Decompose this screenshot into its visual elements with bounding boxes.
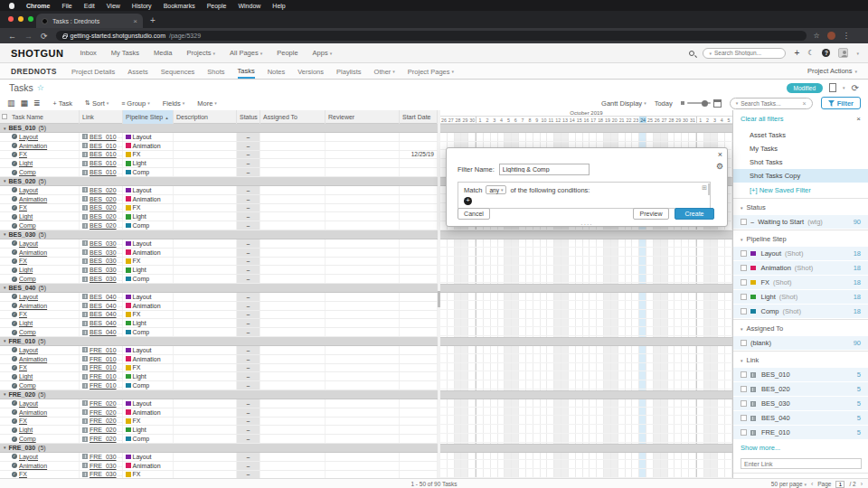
- shot-link[interactable]: BES_010: [90, 134, 117, 140]
- checkbox[interactable]: [741, 371, 747, 378]
- thumbnail-view-icon[interactable]: ▦: [21, 99, 29, 108]
- table-row[interactable]: ✓AnimationFRE_010…Animation–: [0, 355, 438, 364]
- shot-link[interactable]: BES_010: [90, 143, 117, 149]
- filter-row-bes-030[interactable]: BES_0305: [733, 397, 868, 411]
- waiting-to-start-icon[interactable]: –: [247, 471, 250, 477]
- shot-link[interactable]: FRE_010: [90, 382, 117, 389]
- column-header-pipeline-step[interactable]: Pipeline Step▴: [123, 110, 174, 124]
- table-row[interactable]: ✓LightBES_010…Light–: [0, 159, 438, 168]
- filter-row-fx[interactable]: FX(Shot)18: [733, 276, 868, 290]
- shot-link[interactable]: FRE_010: [90, 364, 117, 371]
- checkbox[interactable]: [741, 265, 747, 271]
- table-row[interactable]: ✓AnimationFRE_030…Animation–: [0, 462, 438, 471]
- menu-help[interactable]: Help: [272, 3, 285, 9]
- nav-projects[interactable]: Projects▾: [186, 49, 215, 57]
- group-header-row[interactable]: ▾BES_040(5): [0, 284, 438, 293]
- table-row[interactable]: ✓FXBES_040…FX–: [0, 311, 438, 320]
- tab-close-icon[interactable]: ×: [133, 17, 137, 25]
- column-header-start-date[interactable]: Start Date: [400, 110, 438, 124]
- table-row[interactable]: ✓AnimationBES_040…Animation–: [0, 302, 438, 311]
- task-name-link[interactable]: Layout: [19, 134, 38, 140]
- table-row[interactable]: ✓FXFRE_020…FX–: [0, 418, 438, 427]
- task-search[interactable]: ▾ ×: [730, 98, 813, 109]
- shot-link[interactable]: BES_020: [90, 213, 117, 220]
- table-row[interactable]: ✓AnimationBES_020…Animation–: [0, 195, 438, 204]
- sort-button[interactable]: ⇅ Sort ▾: [85, 99, 108, 108]
- filter-row-bes-040[interactable]: BES_0405: [733, 411, 868, 426]
- table-row[interactable]: ✓AnimationFRE_020…Animation–: [0, 408, 438, 418]
- menu-bookmarks[interactable]: Bookmarks: [164, 3, 195, 9]
- shot-link[interactable]: BES_030: [90, 258, 117, 264]
- column-header-status[interactable]: Status: [237, 110, 260, 124]
- clear-search-icon[interactable]: ×: [803, 100, 807, 107]
- table-row[interactable]: ✓LayoutBES_030…Layout–: [0, 239, 438, 249]
- table-row[interactable]: ✓LayoutBES_020…Layout–: [0, 186, 438, 195]
- shot-link[interactable]: BES_040: [90, 294, 117, 300]
- filter-row-animation[interactable]: Animation(Shot)18: [733, 261, 868, 276]
- zoom-window-icon[interactable]: [28, 16, 33, 22]
- global-search-input[interactable]: [714, 50, 779, 56]
- shot-link[interactable]: BES_010: [90, 169, 117, 175]
- shot-link[interactable]: BES_020: [90, 187, 117, 193]
- tab-project-pages[interactable]: Project Pages▾: [408, 63, 454, 79]
- preview-button[interactable]: Preview: [633, 208, 669, 220]
- task-name-link[interactable]: Animation: [19, 409, 47, 416]
- filter-row-comp[interactable]: Comp(Shot)18: [733, 305, 868, 319]
- table-row[interactable]: ✓CompFRE_010…Comp–: [0, 381, 438, 390]
- task-name-link[interactable]: Animation: [19, 143, 47, 149]
- checkbox[interactable]: [741, 294, 747, 300]
- table-row[interactable]: ✓LayoutBES_010…Layout–: [0, 133, 438, 142]
- waiting-to-start-icon[interactable]: –: [247, 267, 250, 273]
- waiting-to-start-icon[interactable]: –: [247, 454, 250, 460]
- table-row[interactable]: ✓LightFRE_020…Light–: [0, 426, 438, 435]
- group-button[interactable]: ≡ Group ▾: [121, 99, 149, 108]
- table-row[interactable]: ✓LightBES_040…Light–: [0, 319, 438, 328]
- modified-badge[interactable]: Modified: [787, 83, 824, 93]
- waiting-to-start-icon[interactable]: –: [247, 196, 250, 202]
- reload-icon[interactable]: ⟳: [41, 32, 48, 41]
- add-task-button[interactable]: + Task: [53, 99, 73, 108]
- waiting-to-start-icon[interactable]: –: [247, 329, 250, 335]
- checkbox[interactable]: [741, 415, 747, 421]
- shot-link[interactable]: BES_040: [90, 303, 117, 309]
- waiting-to-start-icon[interactable]: –: [247, 373, 250, 380]
- waiting-to-start-icon[interactable]: –: [247, 143, 250, 149]
- task-name-link[interactable]: FX: [19, 311, 27, 317]
- task-name-link[interactable]: FX: [19, 258, 27, 264]
- tab-other[interactable]: Other▾: [374, 63, 395, 79]
- task-name-link[interactable]: FX: [19, 151, 27, 157]
- favorite-star-icon[interactable]: ☆: [37, 83, 44, 92]
- table-row[interactable]: ✓LightBES_030…Light–: [0, 266, 438, 275]
- waiting-to-start-icon[interactable]: –: [247, 382, 250, 389]
- checkbox[interactable]: [741, 219, 747, 225]
- filter-button[interactable]: Filter: [821, 97, 861, 109]
- chevron-down-icon[interactable]: ▾: [843, 85, 845, 90]
- column-header-description[interactable]: Description: [174, 110, 237, 124]
- waiting-to-start-icon[interactable]: –: [247, 151, 250, 157]
- waiting-to-start-icon[interactable]: –: [247, 311, 250, 317]
- tab-sequences[interactable]: Sequences: [161, 63, 195, 79]
- shot-link[interactable]: BES_030: [90, 249, 117, 256]
- task-name-link[interactable]: Light: [19, 160, 33, 166]
- new-tab-button[interactable]: +: [150, 17, 156, 24]
- task-name-link[interactable]: Comp: [19, 382, 36, 389]
- waiting-to-start-icon[interactable]: –: [247, 347, 250, 353]
- minimize-window-icon[interactable]: [18, 16, 24, 22]
- waiting-to-start-icon[interactable]: –: [247, 213, 250, 220]
- table-row[interactable]: ✓LightBES_020…Light–: [0, 212, 438, 221]
- table-row[interactable]: ✓FXBES_030…FX–: [0, 258, 438, 267]
- waiting-to-start-icon[interactable]: –: [247, 364, 250, 371]
- shot-link[interactable]: BES_040: [90, 311, 117, 317]
- table-row[interactable]: ✓CompBES_010…Comp–: [0, 168, 438, 177]
- waiting-to-start-icon[interactable]: –: [247, 240, 250, 247]
- browser-tab[interactable]: Tasks : Drednots ×: [36, 14, 143, 28]
- table-row[interactable]: ✓LayoutFRE_020…Layout–: [0, 399, 438, 408]
- filter-row-bes-020[interactable]: BES_0205: [733, 382, 868, 397]
- task-name-link[interactable]: Layout: [19, 294, 38, 300]
- waiting-to-start-icon[interactable]: –: [247, 409, 250, 416]
- per-page-select[interactable]: 50 per page ▾: [771, 481, 807, 487]
- shot-link[interactable]: BES_030: [90, 240, 117, 247]
- chevron-down-icon[interactable]: ▾: [856, 51, 859, 56]
- apple-icon[interactable]: [9, 3, 14, 9]
- filter-row-layout[interactable]: Layout(Shot)18: [733, 247, 868, 261]
